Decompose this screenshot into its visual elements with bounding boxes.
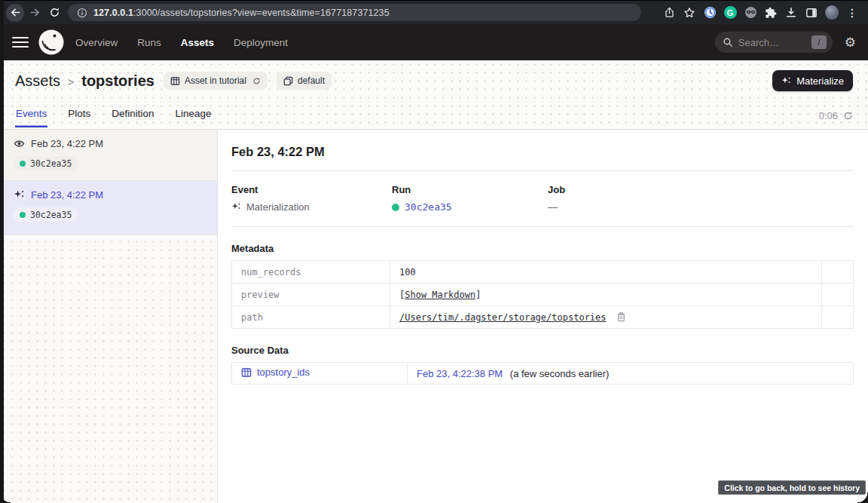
job-label: Job	[548, 184, 854, 195]
clock-extension-button[interactable]	[703, 6, 717, 20]
address-bar[interactable]: 127.0.0.1:3000/assets/topstories?view=ev…	[68, 4, 641, 21]
repo-location-label: Asset in tutorial	[185, 75, 246, 86]
event-type-value: Materialization	[246, 201, 310, 213]
sparkle-icon	[231, 202, 241, 212]
forward-arrow-icon	[29, 7, 41, 18]
grammarly-icon: G	[724, 6, 737, 19]
page-info-icon[interactable]	[77, 8, 87, 18]
run-id: 30c2ea35	[30, 158, 72, 169]
breadcrumb-assets-link[interactable]: Assets	[15, 72, 60, 90]
run-id: 30c2ea35	[30, 210, 72, 220]
app-top-nav: Overview Runs Assets Deployment / ⚙	[0, 24, 868, 60]
browser-toolbar: 127.0.0.1:3000/assets/topstories?view=ev…	[0, 0, 868, 24]
run-status-dot	[20, 161, 26, 167]
bookmark-button[interactable]	[683, 6, 696, 20]
side-panel-button[interactable]	[805, 6, 818, 20]
nav-item-deployment[interactable]: Deployment	[234, 37, 288, 48]
nav-item-overview[interactable]: Overview	[75, 37, 118, 48]
event-list-item-materialization[interactable]: Feb 23, 4:22 PM 30c2ea35	[0, 181, 217, 235]
group-badge-label: default	[298, 75, 325, 86]
run-status-dot	[392, 204, 399, 211]
profile-avatar	[825, 5, 839, 20]
event-summary-grid: Event Materialization Run 30c2ea35	[231, 184, 854, 213]
grammarly-extension-button[interactable]: G	[723, 6, 737, 20]
tab-events[interactable]: Events	[15, 108, 47, 127]
window-left-edge	[0, 0, 4, 503]
metadata-value: /Users/tim/.dagster/storage/topstories	[390, 306, 822, 329]
path-link[interactable]: /Users/tim/.dagster/storage/topstories	[399, 312, 607, 323]
global-search[interactable]: /	[715, 32, 833, 53]
table-row: preview [Show Markdown]	[232, 284, 854, 306]
browser-action-icons: G	[662, 6, 862, 20]
materialize-button-label: Materialize	[796, 75, 844, 87]
source-data-section-title: Source Data	[231, 345, 854, 356]
run-column: Run 30c2ea35	[392, 184, 548, 213]
puzzle-piece-icon	[765, 7, 777, 19]
refresh-icon[interactable]	[252, 77, 261, 85]
metadata-key: preview	[232, 284, 390, 306]
event-list-item-observation[interactable]: Feb 23, 4:22 PM 30c2ea35	[0, 130, 217, 181]
search-shortcut-key: /	[811, 35, 827, 49]
asset-tabs: Events Plots Definition Lineage	[15, 108, 212, 127]
run-tag[interactable]: 30c2ea35	[14, 207, 78, 222]
job-column: Job —	[548, 184, 854, 213]
source-data-table: topstory_ids Feb 23, 4:22:38 PM (a few s…	[231, 362, 854, 385]
table-row: num_records 100	[232, 261, 854, 284]
top-nav-right: / ⚙	[715, 32, 856, 53]
star-icon	[683, 7, 695, 19]
group-badge[interactable]: default	[277, 72, 332, 90]
search-input[interactable]	[738, 37, 791, 48]
goggles-extension-button[interactable]	[744, 6, 757, 20]
url-text: 127.0.0.1:3000/assets/topstories?view=ev…	[93, 8, 390, 18]
copy-clipboard-icon[interactable]	[616, 312, 626, 322]
run-id-link[interactable]: 30c2ea35	[405, 201, 452, 213]
table-row: path /Users/tim/.dagster/storage/topstor…	[232, 306, 854, 329]
source-timestamp-link[interactable]: Feb 23, 4:22:38 PM	[417, 368, 503, 379]
show-markdown-link[interactable]: Show Markdown	[405, 290, 475, 300]
browser-menu-button[interactable]: ⋮	[845, 6, 859, 20]
downloads-button[interactable]	[784, 6, 798, 20]
eye-icon	[14, 138, 25, 149]
breadcrumb: Assets > topstories	[15, 72, 154, 90]
run-tag[interactable]: 30c2ea35	[14, 156, 78, 170]
job-value: —	[548, 201, 558, 213]
share-button[interactable]	[662, 6, 676, 20]
tab-plots[interactable]: Plots	[67, 108, 91, 127]
repo-location-badge[interactable]: Asset in tutorial	[164, 72, 267, 90]
primary-nav: Overview Runs Assets Deployment	[75, 37, 288, 48]
source-asset-link[interactable]: topstory_ids	[241, 367, 310, 378]
empty-cell	[822, 261, 854, 284]
metadata-key: num_records	[232, 261, 390, 284]
search-icon	[723, 37, 733, 48]
empty-cell	[822, 306, 854, 329]
refresh-icon[interactable]	[843, 111, 853, 121]
tab-lineage[interactable]: Lineage	[175, 108, 212, 127]
download-icon	[785, 7, 797, 19]
window-corner-bottom-left	[0, 492, 11, 503]
clock-extension-icon	[704, 6, 717, 19]
tab-definition[interactable]: Definition	[111, 108, 154, 127]
divider	[231, 170, 854, 171]
event-date: Feb 23, 4:22 PM	[31, 189, 103, 201]
event-detail-panel: Feb 23, 4:22 PM Event Materialization Ru…	[218, 130, 868, 503]
profile-button[interactable]	[825, 6, 839, 20]
sparkle-icon	[14, 189, 25, 201]
copy-stack-icon	[283, 76, 293, 86]
event-date: Feb 23, 4:22 PM	[31, 138, 103, 149]
nav-item-runs[interactable]: Runs	[137, 37, 161, 48]
settings-gear-button[interactable]: ⚙	[845, 36, 856, 49]
url-host: 127.0.0.1	[93, 8, 133, 18]
browser-forward-button[interactable]	[26, 4, 44, 22]
back-arrow-icon	[10, 7, 21, 18]
browser-reload-button[interactable]	[45, 4, 63, 22]
metadata-value: 100	[390, 261, 822, 284]
extensions-button[interactable]	[764, 6, 778, 20]
dagster-logo[interactable]	[38, 29, 65, 56]
side-panel-icon	[805, 7, 818, 19]
hamburger-menu-button[interactable]	[12, 37, 29, 48]
asset-events-content: Feb 23, 4:22 PM 30c2ea35 Feb 23, 4:22 PM…	[0, 130, 868, 503]
materialize-button[interactable]: Materialize	[772, 70, 853, 91]
nav-item-assets[interactable]: Assets	[181, 37, 214, 48]
browser-back-button[interactable]	[6, 4, 24, 22]
event-list-sidebar: Feb 23, 4:22 PM 30c2ea35 Feb 23, 4:22 PM…	[0, 130, 218, 503]
